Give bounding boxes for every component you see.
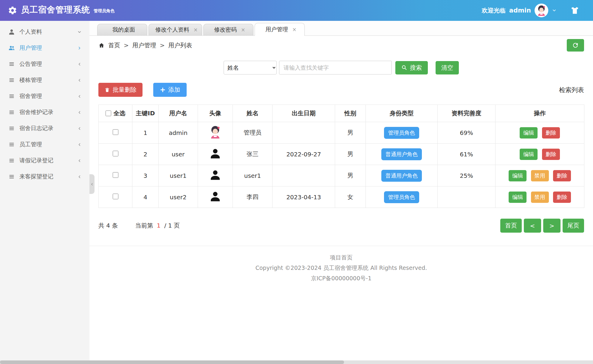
home-icon [98,42,105,49]
sidebar-collapse-handle[interactable] [89,174,95,194]
chevron-left-icon [77,175,82,179]
row-checkbox[interactable] [113,172,118,178]
plus-icon: + [160,86,165,93]
search-button[interactable]: 搜索 [395,61,428,74]
edit-button[interactable]: 编辑 [520,127,538,139]
edit-button[interactable]: 编辑 [520,149,538,160]
disable-button[interactable]: 禁用 [531,192,549,203]
sidebar-item-user-management[interactable]: 用户管理 [0,40,89,56]
sidebar-item-leave-record[interactable]: 请假记录登记 [0,153,89,169]
edit-button[interactable]: 编辑 [509,192,527,203]
tab-my-desktop[interactable]: 我的桌面 [97,24,147,35]
person-silhouette-icon [209,147,221,159]
row-checkbox[interactable] [113,129,118,135]
search-input[interactable] [279,61,392,74]
batch-delete-button[interactable]: 批量删除 [98,83,143,97]
cell-completeness [438,186,496,208]
cell-birth [272,165,335,186]
user-avatar[interactable] [535,4,548,17]
cell-actions: 编辑 禁用 删除 [496,165,584,186]
horizontal-scrollbar[interactable] [0,360,593,364]
sidebar-item-dorm-log[interactable]: 宿舍日志记录 [0,120,89,136]
cell-completeness: 61% [438,144,496,165]
list-title: 检索列表 [559,86,584,94]
clear-button[interactable]: 清空 [436,61,459,74]
tab-label: 我的桌面 [112,26,135,34]
table-header-row: 全选 主键ID 用户名 头像 姓名 出生日期 性别 身份类型 资料完善度 操作 [99,105,584,122]
sidebar-item-profile[interactable]: 个人资料 [0,24,89,40]
sidebar-item-employee[interactable]: 员工管理 [0,136,89,153]
breadcrumb-separator: > [160,42,165,49]
breadcrumb-user-management[interactable]: 用户管理 [132,41,156,49]
close-icon[interactable]: × [240,27,246,33]
tab-label: 用户管理 [265,26,288,33]
delete-button[interactable]: 删除 [542,127,560,139]
close-icon[interactable]: × [193,27,198,33]
tab-edit-profile[interactable]: 修改个人资料 × [148,24,202,35]
cell-completeness: 25% [438,165,496,186]
role-badge: 普通用户角色 [381,148,422,160]
search-field-select[interactable]: 姓名 [224,61,277,74]
current-page-number: 1 [157,222,161,229]
tab-user-management[interactable]: 用户管理 × [255,23,305,36]
cell-id: 3 [132,165,159,186]
sidebar-item-label: 宿舍管理 [19,92,42,100]
breadcrumb-home[interactable]: 首页 [108,41,120,49]
user-icon [8,29,15,35]
row-checkbox[interactable] [113,194,118,199]
select-all-checkbox[interactable] [106,111,111,116]
delete-button[interactable]: 删除 [553,170,571,181]
prev-page-button[interactable]: < [524,219,541,233]
theme-shirt-icon[interactable] [570,6,579,15]
pagination: 共 4 条 当前第 1 / 1 页 首页 < > 尾页 [89,219,593,233]
add-button[interactable]: + 添加 [153,83,187,97]
tab-label: 修改密码 [214,26,237,34]
tab-change-password[interactable]: 修改密码 × [203,24,253,35]
list-icon [8,173,15,180]
chevron-right-icon [77,46,82,50]
cell-username: user [159,144,198,165]
footer-icp: 京ICP备00000000号-1 [89,275,593,282]
col-name: 姓名 [233,105,272,122]
disable-button[interactable]: 禁用 [531,170,549,181]
close-icon[interactable]: × [292,27,297,32]
footer-home-link[interactable]: 项目首页 [89,254,593,262]
last-page-button[interactable]: 尾页 [563,219,584,233]
chevron-down-icon[interactable] [552,8,557,13]
sidebar-item-dormitory[interactable]: 宿舍管理 [0,88,89,104]
delete-button[interactable]: 删除 [542,149,560,160]
refresh-button[interactable] [567,39,584,52]
pager-buttons: 首页 < > 尾页 [500,219,584,233]
cell-actions: 编辑 删除 [496,122,584,144]
sidebar-item-dorm-maintenance[interactable]: 宿舍维护记录 [0,104,89,120]
cell-username: user2 [159,186,198,208]
delete-button[interactable]: 删除 [553,192,571,203]
logo-gear-icon [8,6,17,15]
breadcrumb-separator: > [124,42,129,49]
role-badge: 管理员角色 [384,127,419,139]
username-text: admin [509,7,531,14]
cell-completeness: 69% [438,122,496,144]
col-gender: 性别 [335,105,366,122]
edit-button[interactable]: 编辑 [509,170,527,181]
cell-birth [272,122,335,144]
total-count: 共 4 条 [98,222,118,230]
cell-id: 1 [132,122,159,144]
col-completeness: 资料完善度 [438,105,496,122]
chevron-left-icon [77,142,82,147]
sidebar: 个人资料 用户管理 公告管理 楼栋管理 宿舍管理 [0,21,89,360]
cell-name: user1 [233,165,272,186]
sidebar-item-building[interactable]: 楼栋管理 [0,72,89,88]
role-badge: 管理员角色 [384,191,419,203]
next-page-button[interactable]: > [543,219,561,233]
user-area: 欢迎光临 admin [482,4,579,17]
cell-gender: 男 [335,144,366,165]
row-checkbox[interactable] [113,151,118,156]
search-icon [401,65,407,71]
scrollbar-thumb[interactable] [0,360,344,364]
sidebar-item-visitor-record[interactable]: 来客探望登记 [0,169,89,185]
cell-id: 2 [132,144,159,165]
sidebar-item-announcement[interactable]: 公告管理 [0,56,89,72]
first-page-button[interactable]: 首页 [500,219,522,233]
body-row: 个人资料 用户管理 公告管理 楼栋管理 宿舍管理 [0,21,593,360]
